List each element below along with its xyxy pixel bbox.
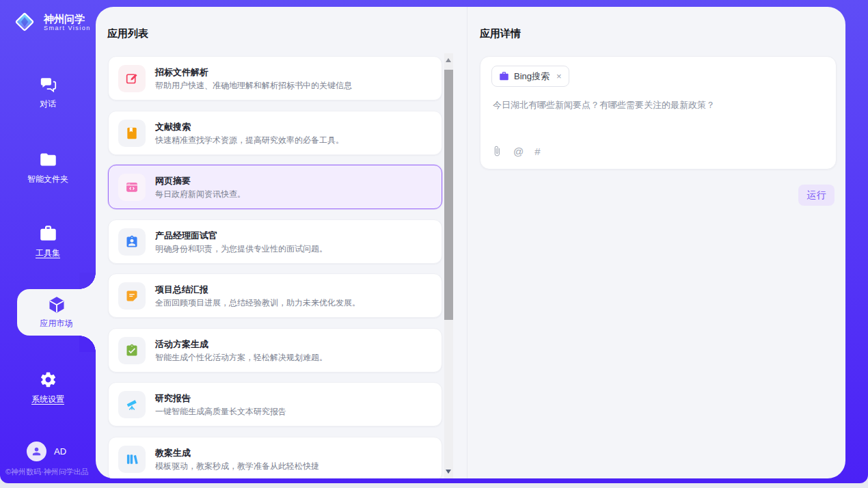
app-title: 产品经理面试官 — [155, 230, 327, 241]
person-icon — [31, 446, 42, 457]
scrollbar-thumb[interactable] — [444, 70, 453, 320]
app-desc: 帮助用户快速、准确地理解和解析招标书中的关键信息 — [155, 81, 352, 90]
avatar — [27, 442, 46, 461]
sidebar-item-smart-folder[interactable]: 智能文件夹 — [0, 150, 96, 185]
app-detail-card: Bing搜索 × 今日湖北有哪些新闻要点？有哪些需要关注的最新政策？ @ # — [480, 56, 837, 170]
sidebar-item-label: 对话 — [40, 98, 56, 110]
app-desc: 模板驱动，教案秒成，教学准备从此轻松快捷 — [155, 461, 319, 471]
sidebar-item-chat[interactable]: 对话 — [0, 75, 96, 110]
app-detail-title: 应用详情 — [480, 27, 521, 40]
app-list-item-bid-analysis[interactable]: 招标文件解析 帮助用户快速、准确地理解和解析招标书中的关键信息 — [108, 56, 442, 100]
folder-icon — [39, 150, 57, 169]
toolbox-icon — [39, 224, 57, 243]
app-list-title: 应用列表 — [107, 27, 148, 40]
app-list-item-lesson-plan[interactable]: 教案生成 模板驱动，教案秒成，教学准备从此轻松快捷 — [108, 437, 442, 478]
app-title: 研究报告 — [155, 393, 286, 403]
briefcase-icon — [499, 71, 509, 81]
book-icon — [125, 126, 139, 140]
chip-close-icon[interactable]: × — [556, 71, 562, 81]
mention-icon[interactable]: @ — [513, 146, 524, 157]
sidebar-item-toolset[interactable]: 工具集 — [0, 224, 96, 259]
sidebar-item-app-market[interactable]: 应用市场 — [17, 289, 96, 336]
user-account[interactable]: AD — [27, 442, 66, 461]
app-icon-tile — [118, 174, 146, 201]
app-icon-tile — [118, 282, 146, 310]
app-desc: 一键智能生成高质量长文本研究报告 — [155, 407, 286, 416]
composer-toolbar: @ # — [491, 146, 541, 157]
tool-chip-label: Bing搜索 — [514, 70, 550, 83]
brand-subtitle: Smart Vision — [44, 25, 91, 31]
app-desc: 智能生成个性化活动方案，轻松解决规划难题。 — [155, 353, 327, 362]
app-icon-tile — [118, 446, 146, 473]
app-list-item-research-report[interactable]: 研究报告 一键智能生成高质量长文本研究报告 — [108, 382, 442, 426]
run-button[interactable]: 运行 — [798, 185, 835, 206]
app-list-item-pm-interviewer[interactable]: 产品经理面试官 明确身份和职责，为您提供专业性的面试问题。 — [108, 219, 442, 264]
app-title: 教案生成 — [155, 448, 319, 458]
app-icon-tile — [118, 391, 146, 418]
main-content: 应用列表 招标文件解析 帮助用户快速、准确地理解和解析招标书中的关键信息 — [96, 7, 845, 478]
query-input[interactable]: 今日湖北有哪些新闻要点？有哪些需要关注的最新政策？ — [493, 99, 821, 111]
app-title: 活动方案生成 — [155, 339, 327, 349]
user-label: AD — [54, 446, 66, 457]
app-icon-tile — [118, 337, 146, 364]
cube-icon — [47, 295, 66, 314]
interview-icon — [125, 235, 139, 249]
brand-logo-icon — [11, 8, 38, 36]
sidebar-item-label: 智能文件夹 — [27, 174, 68, 185]
edit-doc-icon — [125, 72, 139, 85]
concave-curve-bottom — [79, 336, 96, 352]
app-list-item-event-plan[interactable]: 活动方案生成 智能生成个性化活动方案，轻松解决规划难题。 — [108, 328, 442, 372]
app-desc: 明确身份和职责，为您提供专业性的面试问题。 — [155, 244, 327, 254]
sidebar-item-settings[interactable]: 系统设置 — [0, 370, 96, 405]
app-list-item-web-summary[interactable]: 网页摘要 每日政府新闻资讯快查。 — [108, 165, 442, 209]
app-desc: 每日政府新闻资讯快查。 — [155, 189, 245, 199]
app-title: 项目总结汇报 — [155, 284, 360, 295]
app-list-item-project-summary[interactable]: 项目总结汇报 全面回顾项目进展，总结经验教训，助力未来优化发展。 — [108, 273, 442, 318]
brand-logo: 神州问学 Smart Vision — [11, 8, 91, 36]
brand-name: 神州问学 — [44, 13, 91, 25]
books-icon — [125, 452, 139, 466]
app-desc: 快速精准查找学术资源，提高研究效率的必备工具。 — [155, 135, 344, 145]
list-scrollbar[interactable] — [444, 53, 453, 478]
sidebar-item-label: 工具集 — [36, 247, 60, 259]
concave-curve-top — [79, 273, 96, 289]
research-icon — [125, 398, 139, 411]
chat-icon — [39, 75, 57, 94]
app-window: 神州问学 Smart Vision 对话 智能文件夹 工具集 — [0, 0, 868, 488]
panel-divider — [467, 7, 467, 478]
app-icon-tile — [118, 228, 146, 256]
scroll-up-arrow-icon[interactable] — [446, 58, 451, 62]
clipboard-check-icon — [125, 344, 139, 357]
app-list-item-literature-search[interactable]: 文献搜索 快速精准查找学术资源，提高研究效率的必备工具。 — [108, 111, 442, 155]
app-title: 文献搜索 — [155, 122, 344, 132]
attachment-icon[interactable] — [491, 146, 502, 157]
sidebar-item-label: 应用市场 — [40, 318, 73, 329]
tool-chip-bing-search[interactable]: Bing搜索 × — [491, 66, 569, 87]
purple-frame: 神州问学 Smart Vision 对话 智能文件夹 工具集 — [0, 0, 868, 483]
sidebar-item-label: 系统设置 — [31, 394, 64, 405]
gear-icon — [39, 370, 57, 389]
app-icon-tile — [118, 65, 146, 92]
browser-icon — [125, 180, 139, 194]
app-title: 招标文件解析 — [155, 67, 352, 77]
app-title: 网页摘要 — [155, 176, 245, 186]
scroll-down-arrow-icon[interactable] — [446, 470, 451, 474]
memo-icon — [125, 289, 139, 303]
copyright-footer: ©神州数码·神州问学出品 — [5, 467, 89, 477]
app-desc: 全面回顾项目进展，总结经验教训，助力未来优化发展。 — [155, 298, 360, 308]
hash-icon[interactable]: # — [534, 146, 540, 157]
app-icon-tile — [118, 120, 146, 147]
